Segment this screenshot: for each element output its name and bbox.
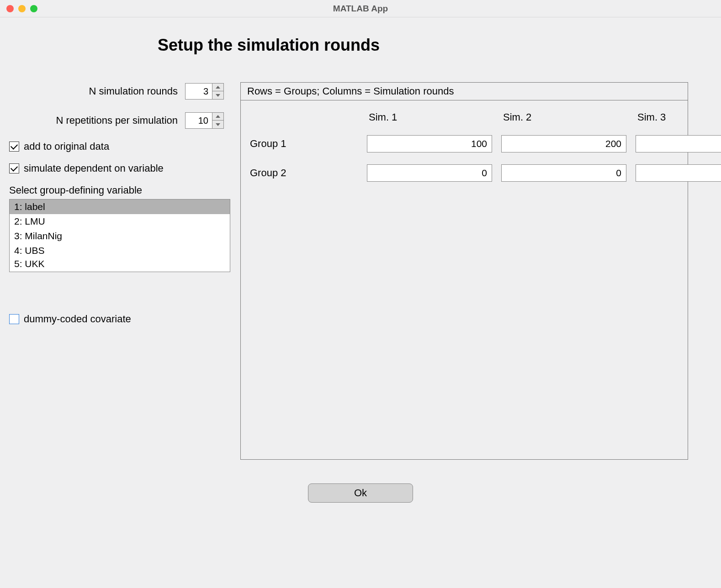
n-reps-input[interactable] bbox=[186, 113, 212, 128]
chevron-down-icon bbox=[216, 94, 220, 97]
n-reps-row: N repetitions per simulation bbox=[9, 111, 233, 130]
window-title: MATLAB App bbox=[0, 4, 721, 14]
panel-body: Sim. 1 Sim. 2 Sim. 3 Group 1 Group 2 bbox=[241, 100, 688, 459]
n-reps-spinner[interactable] bbox=[185, 112, 224, 129]
spinner-buttons bbox=[212, 84, 223, 99]
sim-value-input[interactable] bbox=[501, 135, 626, 152]
col-header: Sim. 2 bbox=[501, 111, 626, 123]
sim-value-input[interactable] bbox=[367, 164, 492, 182]
grid-empty-corner bbox=[248, 111, 358, 123]
n-rounds-up-button[interactable] bbox=[212, 84, 223, 91]
sim-value-input[interactable] bbox=[501, 164, 626, 182]
add-to-original-row: add to original data bbox=[9, 141, 233, 152]
n-rounds-spinner[interactable] bbox=[185, 83, 224, 100]
simulate-dependent-row: simulate dependent on variable bbox=[9, 163, 233, 174]
n-reps-label: N repetitions per simulation bbox=[56, 115, 178, 126]
titlebar: MATLAB App bbox=[0, 0, 721, 17]
n-reps-down-button[interactable] bbox=[212, 121, 223, 128]
list-item[interactable]: 1: label bbox=[10, 200, 230, 214]
traffic-lights bbox=[6, 5, 37, 12]
dummy-covariate-label: dummy-coded covariate bbox=[24, 313, 131, 325]
simulate-dependent-label: simulate dependent on variable bbox=[24, 163, 164, 174]
group-var-label: Select group-defining variable bbox=[9, 184, 233, 196]
content-area: Setup the simulation rounds N simulation… bbox=[0, 17, 721, 507]
col-header: Sim. 3 bbox=[636, 111, 721, 123]
spinner-buttons bbox=[212, 113, 223, 128]
panel-header: Rows = Groups; Columns = Simulation roun… bbox=[241, 83, 688, 100]
close-window-button[interactable] bbox=[6, 5, 14, 12]
list-item[interactable]: 2: LMU bbox=[10, 214, 230, 229]
sim-value-input[interactable] bbox=[367, 135, 492, 152]
minimize-window-button[interactable] bbox=[18, 5, 26, 12]
n-rounds-label: N simulation rounds bbox=[89, 85, 178, 97]
list-item[interactable]: 5: UKK bbox=[10, 258, 230, 270]
chevron-up-icon bbox=[216, 115, 220, 118]
col-header: Sim. 1 bbox=[367, 111, 492, 123]
sim-grid: Sim. 1 Sim. 2 Sim. 3 Group 1 Group 2 bbox=[248, 111, 680, 182]
chevron-up-icon bbox=[216, 86, 220, 89]
sim-value-input[interactable] bbox=[636, 164, 721, 182]
n-reps-up-button[interactable] bbox=[212, 113, 223, 121]
spacer bbox=[9, 272, 233, 313]
row-label: Group 2 bbox=[248, 164, 358, 182]
main-row: N simulation rounds N repetitions per si… bbox=[5, 82, 716, 460]
dummy-covariate-row: dummy-coded covariate bbox=[9, 313, 233, 325]
group-var-listbox[interactable]: 1: label 2: LMU 3: MilanNig 4: UBS 5: UK… bbox=[9, 199, 230, 272]
add-to-original-label: add to original data bbox=[24, 141, 109, 152]
page-title: Setup the simulation rounds bbox=[158, 36, 716, 55]
add-to-original-checkbox[interactable] bbox=[9, 142, 19, 152]
n-rounds-input[interactable] bbox=[186, 84, 212, 99]
sim-value-input[interactable] bbox=[636, 135, 721, 152]
row-label: Group 1 bbox=[248, 135, 358, 152]
ok-row: Ok bbox=[5, 483, 716, 503]
simulation-panel: Rows = Groups; Columns = Simulation roun… bbox=[240, 82, 688, 460]
n-rounds-down-button[interactable] bbox=[212, 91, 223, 99]
simulate-dependent-checkbox[interactable] bbox=[9, 163, 19, 173]
ok-button[interactable]: Ok bbox=[308, 483, 413, 503]
dummy-covariate-checkbox[interactable] bbox=[9, 314, 19, 324]
left-column: N simulation rounds N repetitions per si… bbox=[5, 82, 233, 335]
list-item[interactable]: 3: MilanNig bbox=[10, 229, 230, 243]
n-rounds-row: N simulation rounds bbox=[9, 82, 233, 100]
chevron-down-icon bbox=[216, 123, 220, 126]
list-item[interactable]: 4: UBS bbox=[10, 243, 230, 258]
maximize-window-button[interactable] bbox=[30, 5, 37, 12]
